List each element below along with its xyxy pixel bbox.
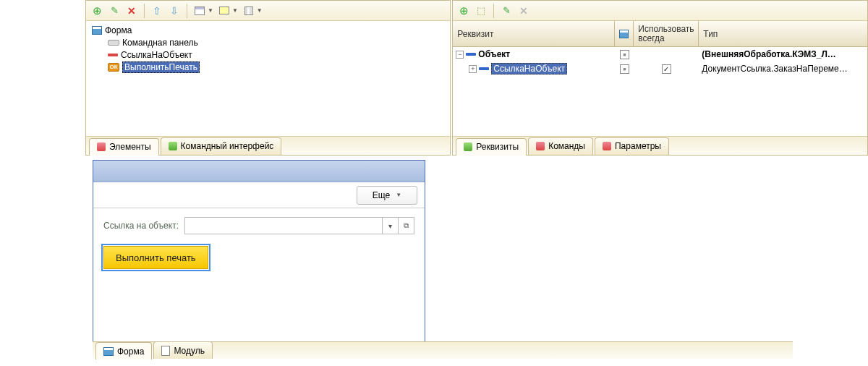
move-up-icon[interactable]: ⇧ [150,4,163,17]
checkbox[interactable] [620,64,629,74]
tree-label: СсылкаНаОбъект [121,50,192,60]
button-label: Выполнить печать [116,252,196,263]
ref-input-text[interactable] [185,218,382,234]
tab-cmd-interface[interactable]: Командный интерфейс [161,137,282,155]
module-icon [161,346,170,356]
delete-icon[interactable]: ✕ [125,4,138,17]
attr-type: (ВнешняяОбработка.КЭМЗ_Л… [699,49,867,59]
expand-icon[interactable]: + [469,65,477,73]
tab-label: Форма [117,346,144,357]
tab-module[interactable]: Модуль [153,341,213,359]
dropdown-icon[interactable]: ▼ [208,7,213,14]
elements-tree[interactable]: Форма Командная панель СсылкаНаОбъект ОК… [86,21,450,136]
tab-label: Команды [548,141,585,151]
right-toolbar: ⊕ ⬚ ✎ ✕ [453,1,867,21]
req-tab-icon [464,142,472,151]
chevron-down-icon: ▼ [396,192,401,198]
form-elements-panel: ⊕ ✎ ✕ ⇧ ⇩ ▼ ▼ ▼ Форма Командная панель С… [85,0,451,156]
window-icon[interactable] [193,4,206,17]
checkbox[interactable] [662,64,671,74]
tab-elements[interactable]: Элементы [89,138,159,156]
col-requisite[interactable]: Реквизит [453,21,615,46]
ref-input[interactable]: ▾ ⧉ [184,217,414,234]
elements-tab-icon [97,142,106,151]
field-row-ref: Ссылка на объект: ▾ ⧉ [103,217,414,234]
print-button[interactable]: Выполнить печать [103,246,208,269]
tree-node-cmdpanel[interactable]: Командная панель [86,36,450,48]
attr-icon [466,53,476,56]
grid-header: Реквизит Использовать всегда Тип [453,21,867,47]
attr-name: СсылкаНаОбъект [491,63,567,75]
tree-node-ref[interactable]: СсылкаНаОбъект [86,48,450,61]
add-icon[interactable]: ⊕ [90,4,103,17]
attr-type: ДокументСсылка.ЗаказНаПереме… [699,64,867,74]
cmdpanel-icon [108,40,119,46]
ok-icon: ОК [108,63,119,72]
dropdown-icon[interactable]: ▼ [232,7,238,14]
col-icon[interactable] [615,21,634,46]
grid-row-ref[interactable]: + СсылкаНаОбъект ДокументСсылка.ЗаказНаП… [453,61,867,76]
cmd-tab-icon [536,142,545,150]
tab-form[interactable]: Форма [95,342,152,359]
tree-label: Командная панель [122,38,198,48]
field-icon [108,54,118,56]
cmdint-tab-icon [169,142,177,150]
screen-icon[interactable] [218,4,231,17]
bottom-tabs: Форма Модуль [93,341,793,359]
grid-row-object[interactable]: − Объект (ВнешняяОбработка.КЭМЗ_Л… [453,47,867,61]
form-icon [103,347,114,356]
move-down-icon[interactable]: ⇩ [168,4,181,17]
dropdown-icon[interactable]: ▼ [257,7,263,14]
col-type[interactable]: Тип [699,21,867,46]
tree-label: Форма [105,25,132,35]
tab-label: Командный интерфейс [181,141,274,151]
col-use-always[interactable]: Использовать всегда [634,21,699,46]
tab-label: Модуль [174,346,205,356]
preview-titlebar [93,161,425,182]
select-button[interactable]: ▾ [382,218,398,234]
tab-label: Реквизиты [476,142,519,152]
form-icon [619,30,629,38]
open-button[interactable]: ⧉ [398,218,414,234]
add-attr-icon[interactable]: ⊕ [457,4,470,17]
more-label: Еще [373,190,390,200]
edit-icon[interactable]: ✎ [500,4,513,17]
preview-toolbar: Еще ▼ [93,182,425,208]
delete-icon: ✕ [517,4,530,17]
attr-name: Объект [478,49,510,59]
form-icon [92,26,102,35]
more-button[interactable]: Еще ▼ [357,186,417,205]
tab-parameters[interactable]: Параметры [595,137,669,155]
attr-icon [479,67,489,70]
tree-node-print[interactable]: ОК ВыполнитьПечать [86,61,450,73]
collapse-icon[interactable]: − [456,51,464,59]
tree-node-form[interactable]: Форма [86,24,450,36]
edit-icon[interactable]: ✎ [108,4,121,17]
param-tab-icon [603,142,611,150]
left-toolbar: ⊕ ✎ ✕ ⇧ ⇩ ▼ ▼ ▼ [86,1,450,21]
tab-label: Элементы [109,142,151,152]
attributes-panel: ⊕ ⬚ ✎ ✕ Реквизит Использовать всегда Тип… [452,0,868,156]
checkbox[interactable] [620,50,629,59]
field-label: Ссылка на объект: [103,221,179,231]
tab-commands[interactable]: Команды [528,137,593,155]
form-preview: Еще ▼ Ссылка на объект: ▾ ⧉ Выполнить пе… [93,160,425,346]
tab-label: Параметры [615,141,661,151]
columns-icon[interactable] [242,4,255,17]
add-columns-icon[interactable]: ⬚ [475,4,488,17]
right-tabs: Реквизиты Команды Параметры [453,136,867,155]
tab-requisites[interactable]: Реквизиты [456,138,527,156]
attributes-grid[interactable]: − Объект (ВнешняяОбработка.КЭМЗ_Л… + Ссы… [453,47,867,136]
left-tabs: Элементы Командный интерфейс [86,136,450,155]
tree-label: ВыполнитьПечать [122,61,200,73]
